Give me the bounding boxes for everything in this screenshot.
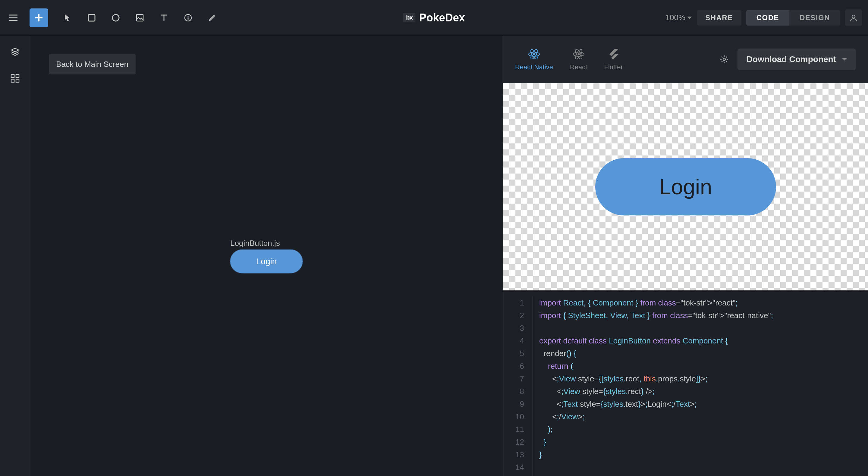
svg-rect-8 bbox=[11, 79, 14, 82]
react-icon bbox=[572, 47, 585, 61]
svg-rect-7 bbox=[16, 74, 19, 77]
svg-rect-0 bbox=[88, 14, 95, 21]
main: Back to Main Screen LoginButton.js Login… bbox=[0, 36, 868, 476]
line-number: 3 bbox=[503, 322, 524, 335]
zoom-control[interactable]: 100% bbox=[665, 13, 692, 22]
components-icon[interactable] bbox=[8, 71, 22, 86]
chevron-down-icon bbox=[687, 17, 692, 19]
svg-point-18 bbox=[723, 58, 725, 61]
tab-label: React bbox=[570, 63, 587, 71]
code-mode-button[interactable]: CODE bbox=[746, 10, 789, 26]
line-number: 5 bbox=[503, 347, 524, 360]
react-native-icon bbox=[527, 47, 541, 61]
tab-react[interactable]: React bbox=[570, 47, 587, 71]
download-label: Download Component bbox=[747, 55, 836, 64]
design-mode-button[interactable]: DESIGN bbox=[789, 10, 840, 26]
line-number: 8 bbox=[503, 385, 524, 398]
svg-rect-6 bbox=[11, 74, 14, 77]
tool-icons bbox=[60, 10, 219, 25]
text-icon[interactable] bbox=[157, 10, 171, 25]
canvas-component[interactable]: LoginButton.js Login bbox=[230, 239, 303, 273]
mode-toggle: CODE DESIGN bbox=[746, 10, 840, 26]
line-number: 4 bbox=[503, 335, 524, 347]
line-number: 14 bbox=[503, 461, 524, 474]
share-button[interactable]: SHARE bbox=[697, 10, 741, 26]
line-number: 2 bbox=[503, 309, 524, 322]
line-number: 7 bbox=[503, 372, 524, 385]
component-filename: LoginButton.js bbox=[230, 239, 303, 248]
menu-icon[interactable] bbox=[6, 10, 21, 25]
tab-label: Flutter bbox=[604, 63, 623, 71]
circle-icon[interactable] bbox=[108, 10, 123, 25]
logo-badge: bx bbox=[403, 13, 415, 22]
line-number: 12 bbox=[503, 436, 524, 448]
zoom-value: 100% bbox=[665, 13, 686, 22]
settings-icon[interactable] bbox=[717, 52, 732, 67]
layers-icon[interactable] bbox=[8, 44, 22, 59]
framework-tabs: React Native React Flutter bbox=[515, 47, 623, 71]
tab-react-native[interactable]: React Native bbox=[515, 47, 553, 71]
login-button-canvas[interactable]: Login bbox=[230, 250, 303, 273]
rectangle-icon[interactable] bbox=[84, 10, 99, 25]
chevron-down-icon bbox=[842, 58, 847, 61]
frameworks-bar: React Native React Flutter Download Comp… bbox=[503, 36, 868, 83]
project-title[interactable]: PokeDex bbox=[419, 11, 465, 24]
flutter-icon bbox=[607, 47, 620, 61]
image-icon[interactable] bbox=[133, 10, 147, 25]
tab-label: React Native bbox=[515, 63, 553, 71]
tab-flutter[interactable]: Flutter bbox=[604, 47, 623, 71]
code-lines: import React, { Component } from class="… bbox=[532, 296, 868, 476]
line-number: 10 bbox=[503, 410, 524, 423]
svg-point-10 bbox=[533, 53, 535, 56]
pencil-icon[interactable] bbox=[205, 10, 219, 25]
line-number: 1 bbox=[503, 296, 524, 309]
topbar: bx PokeDex 100% SHARE CODE DESIGN bbox=[0, 0, 868, 36]
preview-area: Login bbox=[503, 83, 868, 290]
line-number: 6 bbox=[503, 360, 524, 372]
line-number: 13 bbox=[503, 448, 524, 461]
left-rail bbox=[0, 36, 30, 476]
user-button[interactable] bbox=[845, 9, 862, 26]
svg-rect-9 bbox=[16, 79, 19, 82]
add-button[interactable] bbox=[30, 8, 48, 27]
svg-point-1 bbox=[113, 14, 119, 21]
download-component-button[interactable]: Download Component bbox=[738, 49, 856, 70]
canvas-area[interactable]: Back to Main Screen LoginButton.js Login bbox=[30, 36, 503, 476]
svg-point-5 bbox=[852, 15, 855, 18]
login-button-preview[interactable]: Login bbox=[595, 158, 776, 215]
info-icon[interactable] bbox=[181, 10, 195, 25]
right-panel: React Native React Flutter Download Comp… bbox=[503, 36, 868, 476]
code-area[interactable]: 1 2 3 4 5 6 7 8 9 10 11 12 13 14 15 impo… bbox=[503, 290, 868, 476]
topbar-center: bx PokeDex bbox=[403, 11, 465, 24]
line-number: 11 bbox=[503, 423, 524, 436]
frameworks-right: Download Component bbox=[717, 49, 856, 70]
code-gutter: 1 2 3 4 5 6 7 8 9 10 11 12 13 14 15 bbox=[503, 296, 530, 476]
cursor-icon[interactable] bbox=[60, 10, 75, 25]
svg-point-4 bbox=[188, 16, 189, 17]
line-number: 15 bbox=[503, 474, 524, 476]
topbar-right: 100% SHARE CODE DESIGN bbox=[665, 9, 862, 26]
svg-point-14 bbox=[578, 53, 580, 56]
back-button[interactable]: Back to Main Screen bbox=[49, 54, 135, 74]
line-number: 9 bbox=[503, 398, 524, 410]
